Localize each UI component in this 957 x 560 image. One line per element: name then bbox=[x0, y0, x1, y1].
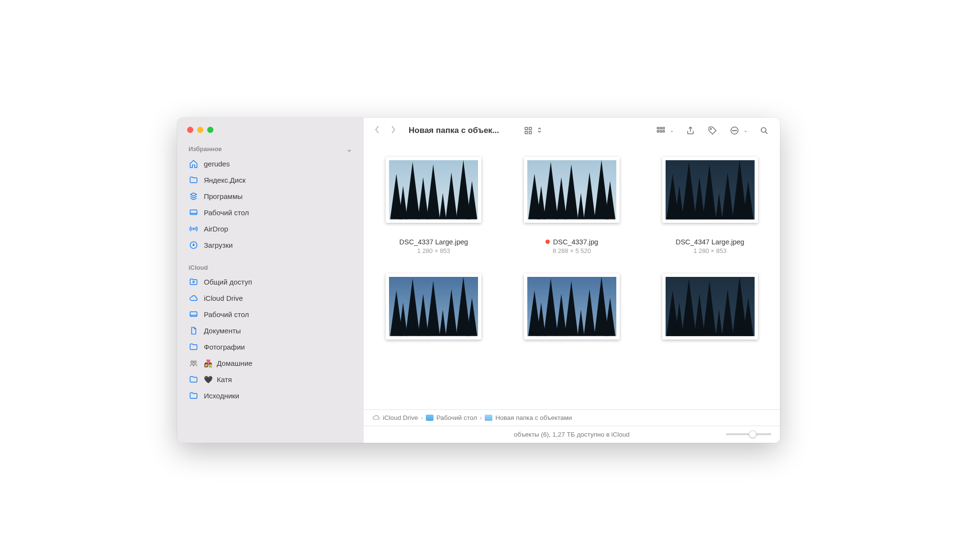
crumb-label: Рабочий стол bbox=[436, 414, 477, 421]
grid-view-icon bbox=[523, 125, 534, 136]
svg-rect-11 bbox=[657, 127, 659, 129]
svg-rect-0 bbox=[190, 210, 197, 215]
share-button[interactable] bbox=[685, 125, 696, 136]
nav-buttons bbox=[374, 125, 396, 136]
thumbnail bbox=[386, 274, 481, 340]
sidebar-item-label: Яндекс.Диск bbox=[204, 176, 245, 184]
view-switcher[interactable] bbox=[523, 125, 542, 136]
sidebar-item-desktop-icloud[interactable]: Рабочий стол bbox=[177, 307, 364, 323]
group-icon bbox=[656, 125, 666, 136]
sidebar-item-apps[interactable]: Программы bbox=[177, 188, 364, 205]
main-panel: Новая папка с объек... ⌄ bbox=[364, 118, 780, 443]
file-item[interactable] bbox=[517, 274, 627, 340]
sidebar-item-label: Катя bbox=[217, 375, 232, 384]
svg-rect-13 bbox=[663, 127, 664, 129]
svg-rect-7 bbox=[525, 127, 527, 130]
zoom-slider[interactable] bbox=[726, 433, 771, 435]
sidebar-item-shared[interactable]: Общий доступ bbox=[177, 274, 364, 290]
sidebar-item-label: AirDrop bbox=[204, 225, 228, 233]
more-icon bbox=[729, 125, 740, 136]
file-name: DSC_4347 Large.jpeg bbox=[676, 238, 745, 246]
path-crumb-icloud[interactable]: iCloud Drive bbox=[372, 414, 418, 421]
back-button[interactable] bbox=[374, 125, 380, 136]
toolbar-actions: ⌄ ⌄ bbox=[656, 125, 769, 136]
sidebar-item-sources[interactable]: Исходники bbox=[177, 388, 364, 404]
action-menu-button[interactable]: ⌄ bbox=[729, 125, 747, 136]
sidebar-item-airdrop[interactable]: AirDrop bbox=[177, 221, 364, 237]
file-item[interactable]: DSC_4347 Large.jpeg1 280 × 853 bbox=[655, 157, 765, 254]
thumbnail bbox=[524, 157, 620, 223]
file-item[interactable] bbox=[655, 274, 765, 340]
file-name: DSC_4337 Large.jpeg bbox=[400, 238, 468, 246]
forward-button[interactable] bbox=[390, 125, 396, 136]
favorites-label: Избранное bbox=[189, 145, 222, 153]
svg-rect-15 bbox=[660, 131, 661, 132]
folder-icon bbox=[189, 342, 198, 352]
svg-rect-16 bbox=[663, 131, 664, 132]
sidebar-item-home[interactable]: gerudes bbox=[177, 156, 364, 172]
file-name-text: DSC_4347 Large.jpeg bbox=[676, 238, 745, 246]
sidebar-item-icloud-drive[interactable]: iCloud Drive bbox=[177, 290, 364, 307]
sidebar-item-desktop[interactable]: Рабочий стол bbox=[177, 205, 364, 221]
file-item[interactable] bbox=[378, 274, 489, 340]
desktop-icon bbox=[189, 208, 198, 218]
file-item[interactable]: DSC_4337.jpg8 288 × 5 520 bbox=[517, 157, 627, 254]
airdrop-icon bbox=[189, 224, 198, 234]
sidebar-item-label: Загрузки bbox=[204, 241, 233, 249]
sidebar-item-label: Общий доступ bbox=[204, 278, 252, 286]
icloud-header[interactable]: iCloud bbox=[177, 262, 364, 274]
sidebar-item-label: Документы bbox=[204, 327, 241, 335]
tag-button[interactable] bbox=[707, 125, 718, 136]
folder-icon bbox=[426, 415, 434, 421]
sidebar-item-documents[interactable]: Документы bbox=[177, 323, 364, 339]
apps-icon bbox=[189, 192, 198, 201]
sidebar-item-label: Домашние bbox=[217, 359, 252, 367]
chevron-down-icon: ⌄ bbox=[670, 128, 674, 133]
search-button[interactable] bbox=[759, 125, 769, 136]
svg-rect-4 bbox=[190, 312, 197, 317]
path-crumb-current[interactable]: Новая папка с объектами bbox=[485, 414, 572, 421]
sidebar-item-label: Программы bbox=[204, 192, 243, 200]
favorites-header[interactable]: Избранное ⌄ bbox=[177, 143, 364, 156]
sidebar-item-label: Рабочий стол bbox=[204, 209, 249, 217]
svg-point-17 bbox=[711, 128, 712, 129]
sidebar-item-label: gerudes bbox=[204, 160, 230, 168]
svg-rect-10 bbox=[529, 131, 532, 133]
window-controls bbox=[177, 127, 364, 143]
chevron-right-icon: › bbox=[421, 414, 423, 421]
path-crumb-desktop[interactable]: Рабочий стол bbox=[426, 414, 477, 421]
desktop-icon bbox=[189, 310, 198, 319]
svg-rect-14 bbox=[657, 131, 659, 132]
sidebar-item-label: iCloud Drive bbox=[204, 294, 243, 302]
window-title: Новая папка с объек... bbox=[409, 126, 499, 135]
svg-rect-12 bbox=[660, 127, 661, 129]
folder-icon bbox=[189, 375, 198, 384]
emoji-icon: 👩‍❤️‍👨 bbox=[204, 359, 213, 368]
sidebar-item-katya[interactable]: 🖤 Катя bbox=[177, 372, 364, 388]
heart-icon: 🖤 bbox=[204, 375, 213, 384]
file-item[interactable]: DSC_4337 Large.jpeg1 280 × 853 bbox=[378, 157, 489, 254]
updown-caret-icon bbox=[537, 127, 542, 134]
sidebar: Избранное ⌄ gerudes Яндекс.Диск Программ… bbox=[177, 118, 364, 443]
group-by-button[interactable]: ⌄ bbox=[656, 125, 674, 136]
minimize-button[interactable] bbox=[197, 127, 203, 133]
close-button[interactable] bbox=[187, 127, 193, 133]
path-bar: iCloud Drive › Рабочий стол › Новая папк… bbox=[364, 409, 780, 426]
svg-point-19 bbox=[733, 130, 734, 131]
file-name-text: DSC_4337 Large.jpeg bbox=[400, 238, 468, 246]
sidebar-item-photos[interactable]: Фотографии bbox=[177, 339, 364, 355]
thumbnail bbox=[662, 274, 758, 340]
download-icon bbox=[189, 241, 198, 250]
cloud-icon bbox=[189, 294, 198, 303]
sidebar-item-home-folder[interactable]: 👩‍❤️‍👨 Домашние bbox=[177, 355, 364, 372]
file-grid: DSC_4337 Large.jpeg1 280 × 853DSC_4337.j… bbox=[364, 143, 780, 409]
file-dimensions: 1 280 × 853 bbox=[417, 247, 450, 254]
toolbar: Новая папка с объек... ⌄ bbox=[364, 118, 780, 143]
chevron-right-icon: › bbox=[480, 414, 482, 421]
sidebar-item-label: Фотографии bbox=[204, 343, 245, 351]
thumbnail bbox=[524, 274, 620, 340]
maximize-button[interactable] bbox=[207, 127, 213, 133]
sidebar-item-downloads[interactable]: Загрузки bbox=[177, 237, 364, 253]
chevron-down-icon: ⌄ bbox=[744, 128, 747, 133]
sidebar-item-yandex[interactable]: Яндекс.Диск bbox=[177, 172, 364, 188]
